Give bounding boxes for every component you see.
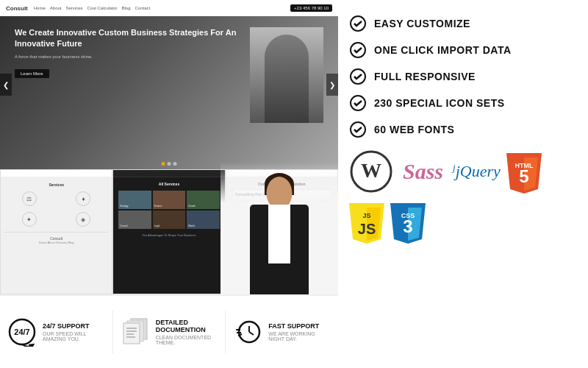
svg-text:W: W: [361, 159, 381, 182]
card1-content: Services ⚖ ♦ ✦ ◈ Consult Home About Serv…: [1, 177, 112, 247]
svg-text:24/7: 24/7: [14, 328, 29, 336]
preview-card-all-services: All Services Strategy Finance Growth Con…: [112, 169, 225, 294]
feature-fonts-label: 60 WEB FONTS: [374, 124, 454, 135]
sass-logo: Sass: [403, 159, 443, 183]
woman-shirt: [268, 205, 290, 263]
card1-nav: [1, 170, 112, 177]
svg-rect-4: [123, 323, 140, 344]
css3-svg: CSS 3: [390, 203, 426, 244]
html5-badge: HTML 5: [506, 153, 542, 194]
fast-icon: [233, 317, 262, 347]
fast-subtitle: WE ARE WORKING NIGHT DAY.: [268, 331, 331, 342]
wordpress-logo: W: [349, 149, 393, 194]
prev-arrow[interactable]: ❮: [0, 74, 12, 96]
docs-item: DETAILED DOCUMENTION CLEAN DOCUMENTED TH…: [113, 310, 226, 354]
dot-1[interactable]: [162, 162, 165, 166]
slider-dots: [162, 162, 177, 166]
service-icon-2: ♦: [76, 191, 90, 206]
main-website-preview: Consult Home About Services Cost Calcula…: [0, 0, 338, 169]
svg-line-11: [249, 332, 254, 335]
support-item: 24/7 24/7 SUPPORT OUR SPEED WILL AMAZING…: [0, 310, 113, 354]
card2-title: All Services: [116, 182, 221, 186]
preview-learn-more[interactable]: Learn More: [15, 69, 49, 78]
jquery-logo: jjQuery: [453, 162, 501, 180]
next-arrow[interactable]: ❯: [326, 74, 338, 96]
support-text: 24/7 SUPPORT OUR SPEED WILL AMAZING YOU.: [43, 322, 105, 342]
dot-3[interactable]: [173, 162, 177, 166]
docs-svg: [122, 317, 148, 347]
dot-2[interactable]: [168, 162, 171, 166]
bottom-bar: 24/7 24/7 SUPPORT OUR SPEED WILL AMAZING…: [0, 294, 338, 368]
jquery-logo-wrap: jjQuery: [453, 162, 501, 181]
feature-responsive-label: FULL RESPONSIVE: [374, 71, 476, 82]
fast-item: FAST SUPPORT WE ARE WORKING NIGHT DAY.: [226, 310, 338, 354]
right-panel: EASY CUSTOMIZE ONE CLICK IMPORT DATA FUL…: [338, 0, 588, 368]
support-svg: 24/7: [7, 317, 37, 347]
docs-title: DETAILED DOCUMENTION: [156, 319, 218, 333]
service-thumb-1: Strategy: [118, 191, 151, 209]
check-icon-responsive: [349, 68, 367, 85]
fast-text: FAST SUPPORT WE ARE WORKING NIGHT DAY.: [268, 322, 331, 342]
services-grid: Strategy Finance Growth Consult Legal Ma…: [116, 188, 221, 231]
card2-subtitle: Our Advantages To Shape Your Business: [116, 233, 221, 237]
preview-hero-title: We Create Innovative Custom Business Str…: [15, 27, 243, 50]
figure-silhouette: [265, 35, 309, 123]
preview-logo: Consult: [6, 5, 28, 12]
preview-phone: +23 456 78 90 10: [290, 4, 332, 12]
feature-icon-sets: 230 SPECIAL ICON SETS: [349, 94, 577, 112]
support-title: 24/7 SUPPORT: [43, 322, 105, 330]
left-panel: Consult Home About Services Cost Calcula…: [0, 0, 338, 368]
svg-text:3: 3: [403, 216, 412, 236]
preview-hero-subtitle: A force that makes your business shine.: [15, 54, 243, 59]
js-badge: JS JS: [349, 203, 384, 244]
service-thumb-5: Legal: [153, 210, 185, 229]
feature-one-click: ONE CLICK IMPORT DATA: [349, 41, 577, 59]
preview-hero-image: [250, 27, 323, 123]
wordpress-logo-wrap: W: [349, 149, 393, 194]
preview-hero-text: We Create Innovative Custom Business Str…: [15, 27, 243, 123]
check-icon-fonts: [349, 121, 367, 138]
feature-easy-label: EASY CUSTOMIZE: [374, 18, 470, 29]
fast-title: FAST SUPPORT: [268, 322, 331, 330]
docs-subtitle: CLEAN DOCUMENTED THEME.: [156, 335, 218, 345]
svg-text:JS: JS: [362, 212, 370, 219]
feature-iconsets-label: 230 SPECIAL ICON SETS: [374, 97, 505, 109]
check-icon-easy: [349, 15, 367, 32]
support-icon: 24/7: [7, 317, 37, 347]
service-thumb-4: Consult: [118, 210, 151, 229]
preview-card-services-icons: Services ⚖ ♦ ✦ ◈ Consult Home About Serv…: [0, 169, 112, 294]
svg-text:JS: JS: [358, 221, 376, 237]
sass-logo-wrap: Sass: [403, 159, 443, 184]
feature-web-fonts: 60 WEB FONTS: [349, 121, 577, 138]
tech-logos: W Sass jjQuery HTML 5: [349, 149, 577, 244]
feature-oneclick-label: ONE CLICK IMPORT DATA: [374, 44, 512, 56]
svg-text:5: 5: [519, 166, 528, 186]
feature-easy-customize: EASY CUSTOMIZE: [349, 15, 577, 32]
feature-responsive: FULL RESPONSIVE: [349, 68, 577, 85]
feature-list: EASY CUSTOMIZE ONE CLICK IMPORT DATA FUL…: [349, 15, 577, 138]
css3-badge: CSS 3: [390, 203, 426, 244]
preview-navbar: Consult Home About Services Cost Calcula…: [0, 0, 338, 16]
service-thumb-2: Finance: [153, 191, 185, 209]
docs-icon: [121, 317, 150, 347]
service-icon-1: ⚖: [22, 191, 37, 206]
js-svg: JS JS: [349, 203, 384, 244]
service-thumb-3: Growth: [187, 191, 219, 209]
check-icon-iconsets: [349, 94, 367, 112]
service-icon-4: ◈: [76, 212, 90, 227]
card1-title: Services: [4, 183, 109, 187]
service-icon-3: ✦: [22, 212, 37, 227]
service-thumb-6: Market: [187, 210, 219, 229]
support-subtitle: OUR SPEED WILL AMAZING YOU.: [43, 331, 105, 342]
check-icon-oneclick: [349, 41, 367, 59]
docs-text: DETAILED DOCUMENTION CLEAN DOCUMENTED TH…: [156, 319, 218, 345]
html5-svg: HTML 5: [506, 153, 542, 194]
preview-hero: We Create Innovative Custom Business Str…: [0, 16, 338, 134]
fast-svg: [233, 317, 262, 347]
card2-content: All Services Strategy Finance Growth Con…: [113, 177, 224, 240]
preview-nav-links: Home About Services Cost Calculator Blog…: [34, 6, 150, 10]
card2-nav: [113, 170, 224, 177]
